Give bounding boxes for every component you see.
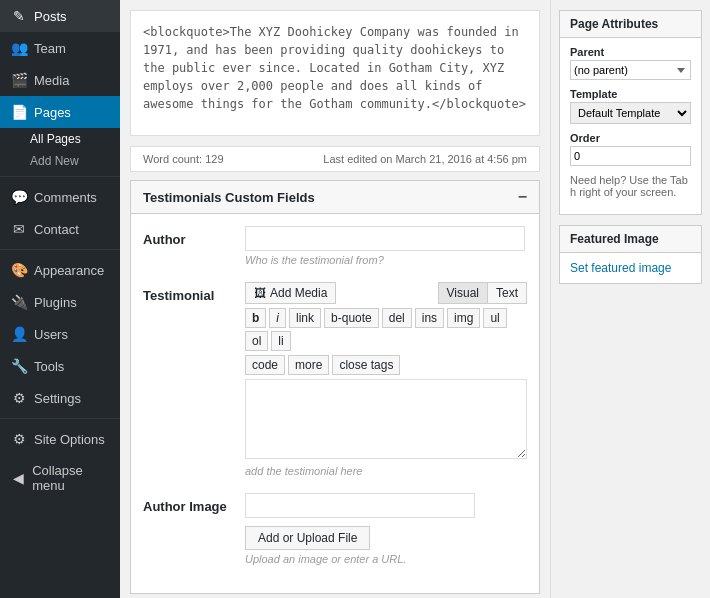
sidebar-item-label: Users (34, 327, 68, 342)
featured-image-box: Featured Image Set featured image (559, 225, 702, 284)
ol-button[interactable]: ol (245, 331, 268, 351)
sidebar-item-posts[interactable]: ✎ Posts (0, 0, 120, 32)
close-tags-button[interactable]: close tags (332, 355, 400, 375)
author-image-label: Author Image (143, 493, 233, 514)
posts-icon: ✎ (10, 8, 28, 24)
sidebar-item-label: Settings (34, 391, 81, 406)
meta-box-header: Testimonials Custom Fields − (131, 181, 539, 214)
content-area: <blockquote>The XYZ Doohickey Company wa… (120, 0, 550, 598)
meta-box-body: Author Who is the testimonial from? Test… (131, 214, 539, 593)
sidebar-item-label: Comments (34, 190, 97, 205)
more-button[interactable]: more (288, 355, 329, 375)
sidebar-sub-add-new[interactable]: Add New (0, 150, 120, 172)
blockquote-text: <blockquote>The XYZ Doohickey Company wa… (143, 23, 527, 113)
sidebar-item-team[interactable]: 👥 Team (0, 32, 120, 64)
template-label: Template (570, 88, 691, 100)
italic-button[interactable]: i (269, 308, 286, 328)
media-icon: 🎬 (10, 72, 28, 88)
parent-select[interactable]: (no parent) (570, 60, 691, 80)
template-select[interactable]: Default Template (570, 102, 691, 124)
plugins-icon: 🔌 (10, 294, 28, 310)
sidebar-item-collapse[interactable]: ◀ Collapse menu (0, 455, 120, 501)
sidebar-item-settings[interactable]: ⚙ Settings (0, 382, 120, 414)
featured-image-header: Featured Image (560, 226, 701, 253)
word-count-bar: Word count: 129 Last edited on March 21,… (130, 146, 540, 172)
img-button[interactable]: img (447, 308, 480, 328)
sidebar-item-contact[interactable]: ✉ Contact (0, 213, 120, 245)
last-edited: Last edited on March 21, 2016 at 4:56 pm (323, 153, 527, 165)
word-count: Word count: 129 (143, 153, 224, 165)
testimonial-textarea[interactable] (245, 379, 527, 459)
add-media-icon: 🖼 (254, 286, 266, 300)
sidebar-item-label: Collapse menu (32, 463, 110, 493)
sidebar-item-site-options[interactable]: ⚙ Site Options (0, 423, 120, 455)
sidebar-item-label: Plugins (34, 295, 77, 310)
order-input[interactable] (570, 146, 691, 166)
ins-button[interactable]: ins (415, 308, 444, 328)
users-icon: 👤 (10, 326, 28, 342)
upload-hint: Upload an image or enter a URL. (245, 553, 527, 565)
help-text: Need help? Use the Tab h right of your s… (570, 174, 691, 198)
contact-icon: ✉ (10, 221, 28, 237)
page-attributes-body: Parent (no parent) Template Default Temp… (560, 38, 701, 214)
team-icon: 👥 (10, 40, 28, 56)
featured-image-body: Set featured image (560, 253, 701, 283)
author-label: Author (143, 226, 233, 247)
text-button[interactable]: Text (487, 282, 527, 304)
right-sidebar: Page Attributes Parent (no parent) Templ… (550, 0, 710, 598)
sidebar-item-appearance[interactable]: 🎨 Appearance (0, 254, 120, 286)
sidebar-item-pages[interactable]: 📄 Pages (0, 96, 120, 128)
sidebar-divider-2 (0, 249, 120, 250)
del-button[interactable]: del (382, 308, 412, 328)
bquote-button[interactable]: b-quote (324, 308, 379, 328)
meta-box-toggle[interactable]: − (518, 189, 527, 205)
sidebar-item-media[interactable]: 🎬 Media (0, 64, 120, 96)
view-buttons: Visual Text (438, 282, 527, 304)
visual-button[interactable]: Visual (438, 282, 487, 304)
add-media-button[interactable]: 🖼 Add Media (245, 282, 336, 304)
custom-fields-box: Testimonials Custom Fields − Author Who … (130, 180, 540, 594)
order-label: Order (570, 132, 691, 144)
sidebar-sub-all-pages[interactable]: All Pages (0, 128, 120, 150)
link-button[interactable]: link (289, 308, 321, 328)
sidebar-item-users[interactable]: 👤 Users (0, 318, 120, 350)
editor-toolbar-top: 🖼 Add Media Visual Text (245, 282, 527, 304)
meta-box-title: Testimonials Custom Fields (143, 190, 315, 205)
format-bar: b i link b-quote del ins img ul ol li (245, 308, 527, 351)
author-image-field-row: Author Image Add or Upload File Upload a… (143, 493, 527, 565)
ul-button[interactable]: ul (483, 308, 506, 328)
li-button[interactable]: li (271, 331, 290, 351)
tools-icon: 🔧 (10, 358, 28, 374)
sidebar-item-comments[interactable]: 💬 Comments (0, 181, 120, 213)
author-input[interactable] (245, 226, 525, 251)
sidebar-item-label: Pages (34, 105, 71, 120)
sidebar-item-label: Team (34, 41, 66, 56)
testimonial-label: Testimonial (143, 282, 233, 303)
author-image-input-wrap: Add or Upload File Upload an image or en… (245, 493, 527, 565)
appearance-icon: 🎨 (10, 262, 28, 278)
main-area: <blockquote>The XYZ Doohickey Company wa… (120, 0, 710, 598)
sidebar-divider (0, 176, 120, 177)
code-button[interactable]: code (245, 355, 285, 375)
sidebar-item-tools[interactable]: 🔧 Tools (0, 350, 120, 382)
author-image-input[interactable] (245, 493, 475, 518)
pages-icon: 📄 (10, 104, 28, 120)
sidebar-item-label: Media (34, 73, 69, 88)
comments-icon: 💬 (10, 189, 28, 205)
bold-button[interactable]: b (245, 308, 266, 328)
set-featured-image-link[interactable]: Set featured image (570, 261, 671, 275)
sidebar-divider-3 (0, 418, 120, 419)
author-input-wrap: Who is the testimonial from? (245, 226, 527, 266)
upload-file-button[interactable]: Add or Upload File (245, 526, 370, 550)
page-attributes-header: Page Attributes (560, 11, 701, 38)
sidebar-item-label: Posts (34, 9, 67, 24)
format-bar-2: code more close tags (245, 355, 527, 375)
parent-label: Parent (570, 46, 691, 58)
add-media-label: Add Media (270, 286, 327, 300)
sidebar-item-label: Tools (34, 359, 64, 374)
author-hint: Who is the testimonial from? (245, 254, 527, 266)
sidebar: ✎ Posts 👥 Team 🎬 Media 📄 Pages All Pages… (0, 0, 120, 598)
sidebar-item-label: Contact (34, 222, 79, 237)
testimonial-field-row: Testimonial 🖼 Add Media Visual Text (143, 282, 527, 477)
sidebar-item-plugins[interactable]: 🔌 Plugins (0, 286, 120, 318)
